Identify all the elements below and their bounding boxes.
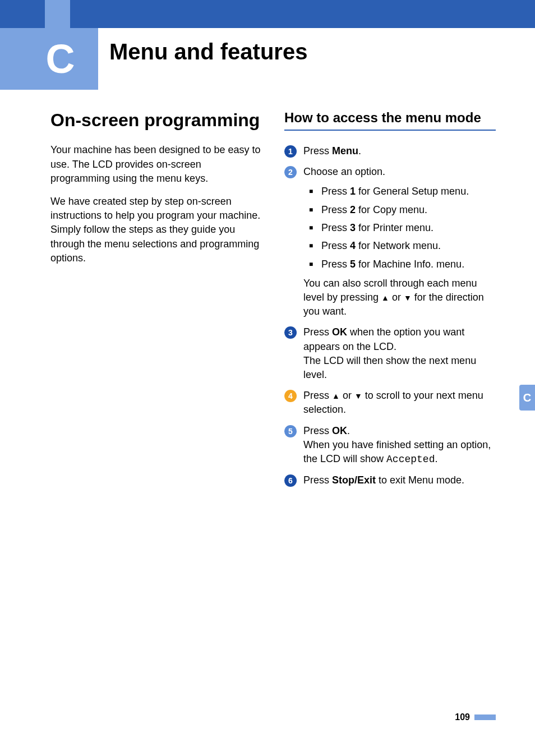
section-tab-letter: C bbox=[523, 391, 531, 404]
step-6-text: Press Stop/Exit to exit Menu mode. bbox=[303, 473, 496, 487]
step-badge-icon: 4 bbox=[284, 390, 297, 402]
step-2-options: Press 1 for General Setup menu. Press 2 … bbox=[309, 185, 496, 270]
list-item: Press 3 for Printer menu. bbox=[309, 221, 496, 234]
subsection-heading-access: How to access the menu mode bbox=[284, 109, 496, 131]
page-footer: 109 bbox=[455, 712, 496, 722]
chapter-letter: C bbox=[46, 36, 75, 82]
arrow-down-icon: ▼ bbox=[404, 293, 412, 302]
step-1: 1 Press Menu. bbox=[284, 144, 496, 158]
content: On-screen programming Your machine has b… bbox=[50, 109, 496, 494]
chapter-marker: C bbox=[0, 28, 98, 90]
step-badge-icon: 3 bbox=[284, 326, 297, 339]
arrow-down-icon: ▼ bbox=[354, 391, 362, 400]
step-2-text: Choose an option. Press 1 for General Se… bbox=[303, 165, 496, 319]
intro-para-1: Your machine has been designed to be eas… bbox=[50, 143, 262, 186]
step-6: 6 Press Stop/Exit to exit Menu mode. bbox=[284, 473, 496, 487]
header-bar bbox=[0, 0, 535, 28]
list-item: Press 5 for Machine Info. menu. bbox=[309, 257, 496, 271]
step-5-text: Press OK. When you have finished setting… bbox=[303, 424, 496, 467]
page-number: 109 bbox=[455, 712, 470, 722]
list-item: Press 4 for Network menu. bbox=[309, 239, 496, 252]
right-column: How to access the menu mode 1 Press Menu… bbox=[284, 109, 496, 494]
step-4-text: Press ▲ or ▼ to scroll to your next menu… bbox=[303, 389, 496, 417]
step-badge-icon: 1 bbox=[284, 145, 297, 158]
step-5: 5 Press OK. When you have finished setti… bbox=[284, 424, 496, 467]
step-badge-icon: 5 bbox=[284, 425, 297, 437]
step-3-text: Press OK when the option you want appear… bbox=[303, 325, 496, 382]
arrow-up-icon: ▲ bbox=[332, 391, 340, 400]
step-2: 2 Choose an option. Press 1 for General … bbox=[284, 165, 496, 319]
page-title: Menu and features bbox=[109, 39, 307, 64]
step-1-text: Press Menu. bbox=[303, 144, 496, 158]
step-badge-icon: 6 bbox=[284, 474, 297, 487]
section-heading-onscreen: On-screen programming bbox=[50, 109, 262, 131]
list-item: Press 1 for General Setup menu. bbox=[309, 185, 496, 198]
intro-para-2: We have created step by step on-screen i… bbox=[50, 195, 262, 265]
arrow-up-icon: ▲ bbox=[381, 293, 389, 302]
header-accent bbox=[45, 0, 70, 28]
step-3: 3 Press OK when the option you want appe… bbox=[284, 325, 496, 382]
step-badge-icon: 2 bbox=[284, 166, 297, 178]
section-tab: C bbox=[519, 385, 535, 411]
page-bar-icon bbox=[474, 714, 496, 720]
list-item: Press 2 for Copy menu. bbox=[309, 203, 496, 216]
left-column: On-screen programming Your machine has b… bbox=[50, 109, 262, 494]
step-4: 4 Press ▲ or ▼ to scroll to your next me… bbox=[284, 389, 496, 417]
